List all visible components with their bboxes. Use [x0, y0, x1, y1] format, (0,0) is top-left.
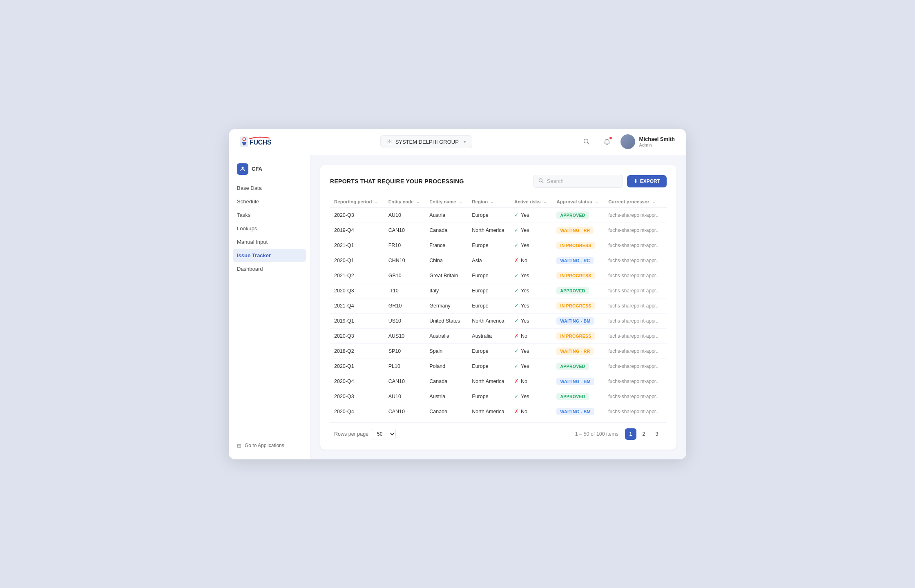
rows-per-page-select[interactable]: 50 25 100 [372, 429, 396, 439]
cell-name: Germany [425, 298, 468, 313]
sidebar: CFA Base DataScheduleTasksLookupsManual … [229, 155, 310, 459]
sidebar-item-issue-tracker[interactable]: Issue Tracker [233, 249, 306, 262]
risk-check-icon: ✓ [514, 287, 519, 294]
sidebar-item-tasks[interactable]: Tasks [229, 208, 310, 222]
column-header[interactable]: Reporting period ⌄ [330, 196, 384, 208]
sidebar-item-schedule[interactable]: Schedule [229, 195, 310, 208]
cell-name: Austria [425, 207, 468, 223]
risk-x-icon: ✗ [514, 408, 519, 414]
goto-applications-link[interactable]: ⊞ Go to Applications [229, 439, 310, 453]
cell-period: 2020-Q3 [330, 207, 384, 223]
table-row[interactable]: 2020-Q3 AU10 Austria Europe ✓ Yes APPROV… [330, 389, 667, 404]
column-header[interactable]: Approval status ⌄ [552, 196, 604, 208]
table-row[interactable]: 2021-Q2 GB10 Great Britain Europe ✓ Yes … [330, 268, 667, 283]
page-button-3[interactable]: 3 [651, 428, 663, 440]
table-row[interactable]: 2020-Q1 PL10 Poland Europe ✓ Yes APPROVE… [330, 359, 667, 374]
user-info: Michael Smith Admin [639, 136, 675, 147]
page-button-1[interactable]: 1 [625, 428, 636, 440]
download-icon: ⬇ [634, 178, 638, 184]
cell-period: 2020-Q3 [330, 389, 384, 404]
table-row[interactable]: 2020-Q3 IT10 Italy Europe ✓ Yes APPROVED… [330, 283, 667, 298]
table-row[interactable]: 2019-Q4 CAN10 Canada North America ✓ Yes… [330, 223, 667, 238]
column-header[interactable]: Current processor ⌄ [604, 196, 667, 208]
cell-region: Europe [468, 268, 510, 283]
page-button-2[interactable]: 2 [638, 428, 649, 440]
risk-check-icon: ✓ [514, 212, 519, 218]
cell-period: 2019-Q1 [330, 313, 384, 328]
sidebar-section-title: CFA [229, 163, 310, 181]
cell-code: AU10 [384, 389, 426, 404]
table-row[interactable]: 2020-Q3 AUS10 Australia Australia ✗ No I… [330, 328, 667, 343]
column-header[interactable]: Entity name ⌄ [425, 196, 468, 208]
table-row[interactable]: 2020-Q3 AU10 Austria Europe ✓ Yes APPROV… [330, 207, 667, 223]
risk-check-icon: ✓ [514, 227, 519, 233]
cell-code: CAN10 [384, 223, 426, 238]
cell-region: Europe [468, 359, 510, 374]
sidebar-item-lookups[interactable]: Lookups [229, 222, 310, 235]
cell-status: APPROVED [552, 283, 604, 298]
cell-processor: fuchs-sharepoint-appr... [604, 374, 667, 389]
table-row[interactable]: 2020-Q1 CHN10 China Asia ✗ No WAITING - … [330, 253, 667, 268]
cell-name: Italy [425, 283, 468, 298]
cell-risk: ✓ Yes [510, 283, 552, 298]
cell-processor: fuchs-sharepoint-appr... [604, 298, 667, 313]
cell-risk: ✗ No [510, 404, 552, 419]
cell-code: CAN10 [384, 374, 426, 389]
table-row[interactable]: 2021-Q1 FR10 France Europe ✓ Yes IN PROG… [330, 238, 667, 253]
reports-search-box[interactable] [533, 175, 623, 188]
cell-risk: ✓ Yes [510, 313, 552, 328]
cell-code: CHN10 [384, 253, 426, 268]
cell-processor: fuchs-sharepoint-appr... [604, 404, 667, 419]
table-row[interactable]: 2021-Q4 GR10 Germany Europe ✓ Yes IN PRO… [330, 298, 667, 313]
cell-code: US10 [384, 313, 426, 328]
cell-name: Australia [425, 328, 468, 343]
sort-icon: ⌄ [459, 200, 462, 204]
cell-region: Asia [468, 253, 510, 268]
sidebar-item-base-data[interactable]: Base Data [229, 181, 310, 195]
cell-name: France [425, 238, 468, 253]
system-selector[interactable]: 🗄 SYSTEM DELPHI GROUP ▾ [380, 135, 472, 148]
cell-status: IN PROGRESS [552, 238, 604, 253]
sidebar-item-dashboard[interactable]: Dashboard [229, 262, 310, 276]
pagination-right: 1 – 50 of 100 items 123 [575, 428, 663, 440]
cell-period: 2020-Q1 [330, 253, 384, 268]
cell-name: Canada [425, 374, 468, 389]
sidebar-item-manual-input[interactable]: Manual Input [229, 235, 310, 249]
column-header[interactable]: Active risks ⌄ [510, 196, 552, 208]
cfa-icon [237, 163, 248, 175]
column-header[interactable]: Region ⌄ [468, 196, 510, 208]
notifications-button[interactable] [600, 135, 614, 149]
cell-period: 2020-Q3 [330, 283, 384, 298]
cell-risk: ✗ No [510, 328, 552, 343]
cell-name: United States [425, 313, 468, 328]
cell-region: North America [468, 374, 510, 389]
table-row[interactable]: 2020-Q4 CAN10 Canada North America ✗ No … [330, 374, 667, 389]
cell-status: WAITING - RC [552, 253, 604, 268]
cell-region: Europe [468, 283, 510, 298]
cell-period: 2020-Q4 [330, 404, 384, 419]
search-button[interactable] [580, 135, 594, 149]
reports-header: REPORTS THAT REQUIRE YOUR PROCESSING [330, 175, 667, 188]
export-button[interactable]: ⬇ EXPORT [627, 175, 667, 187]
cell-name: Great Britain [425, 268, 468, 283]
cell-code: AU10 [384, 207, 426, 223]
cell-period: 2021-Q4 [330, 298, 384, 313]
svg-line-9 [542, 181, 543, 183]
table-row[interactable]: 2020-Q4 CAN10 Canada North America ✗ No … [330, 404, 667, 419]
table-row[interactable]: 2018-Q2 SP10 Spain Europe ✓ Yes WAITING … [330, 343, 667, 359]
sort-icon: ⌄ [595, 200, 598, 204]
risk-check-icon: ✓ [514, 272, 519, 278]
cell-risk: ✓ Yes [510, 389, 552, 404]
reports-search-input[interactable] [547, 178, 618, 184]
avatar [620, 134, 635, 149]
column-header[interactable]: Entity code ⌄ [384, 196, 426, 208]
risk-check-icon: ✓ [514, 242, 519, 248]
cell-processor: fuchs-sharepoint-appr... [604, 343, 667, 359]
reports-actions: ⬇ EXPORT [533, 175, 667, 188]
table-row[interactable]: 2019-Q1 US10 United States North America… [330, 313, 667, 328]
user-area[interactable]: Michael Smith Admin [620, 134, 675, 149]
cell-period: 2019-Q4 [330, 223, 384, 238]
sort-icon: ⌄ [652, 200, 655, 204]
risk-x-icon: ✗ [514, 378, 519, 384]
sidebar-cfa-label: CFA [252, 166, 262, 172]
